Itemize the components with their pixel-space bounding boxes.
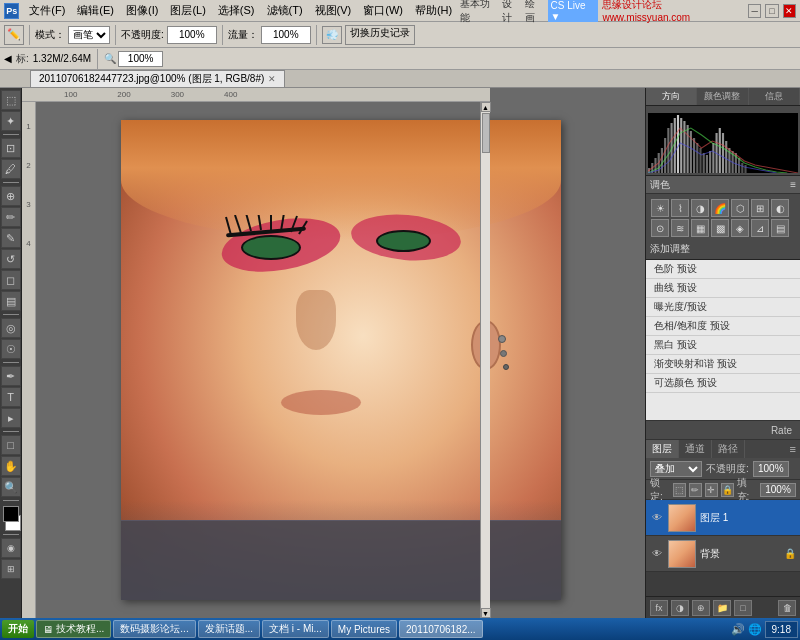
new-layer-btn[interactable]: □ — [734, 600, 752, 616]
lock-transparent-icon[interactable]: ⬚ — [673, 483, 686, 497]
new-group-btn[interactable]: 📁 — [713, 600, 731, 616]
channels-tab[interactable]: 通道 — [679, 440, 712, 458]
opacity-input[interactable] — [167, 26, 217, 44]
screen-mode-tool[interactable]: ⊞ — [1, 559, 21, 579]
add-style-btn[interactable]: fx — [650, 600, 668, 616]
close-button[interactable]: ✕ — [783, 4, 796, 18]
doc-tab-main[interactable]: 20110706182447723.jpg@100% (图层 1, RGB/8#… — [30, 70, 285, 87]
opacity-value-input[interactable] — [753, 461, 789, 477]
restore-button[interactable]: □ — [765, 4, 778, 18]
menu-select[interactable]: 选择(S) — [212, 1, 261, 20]
menu-help[interactable]: 帮助(H) — [409, 1, 458, 20]
layer-item-0[interactable]: 👁 图层 1 — [646, 500, 800, 536]
curves-icon[interactable]: ⌇ — [671, 199, 689, 217]
brush-tool[interactable]: ✏ — [1, 207, 21, 227]
taskbar-item-0[interactable]: 🖥 技术教程... — [36, 620, 111, 638]
menu-image[interactable]: 图像(I) — [120, 1, 164, 20]
add-mask-btn[interactable]: ◑ — [671, 600, 689, 616]
lock-all-icon[interactable]: 🔒 — [721, 483, 734, 497]
taskbar-item-2[interactable]: 发新话题... — [198, 620, 260, 638]
airbrush-icon[interactable]: 💨 — [322, 26, 342, 44]
brightness-icon[interactable]: ☀ — [651, 199, 669, 217]
hsl-icon[interactable]: ⬡ — [731, 199, 749, 217]
magic-wand-tool[interactable]: ✦ — [1, 111, 21, 131]
threshold-icon[interactable]: ⊿ — [751, 219, 769, 237]
delete-layer-btn[interactable]: 🗑 — [778, 600, 796, 616]
taskbar-item-1[interactable]: 数码摄影论坛... — [113, 620, 195, 638]
fill-value-input[interactable] — [760, 483, 796, 497]
text-tool[interactable]: T — [1, 387, 21, 407]
preset-item-0[interactable]: 色阶 预设 — [646, 260, 800, 279]
blur-tool[interactable]: ◎ — [1, 318, 21, 338]
new-adjustment-btn[interactable]: ⊕ — [692, 600, 710, 616]
layer-visibility-icon-1[interactable]: 👁 — [650, 547, 664, 561]
menu-filter[interactable]: 滤镜(T) — [261, 1, 309, 20]
flow-input[interactable] — [261, 26, 311, 44]
hand-tool[interactable]: ✋ — [1, 456, 21, 476]
lock-brush-icon[interactable]: ✏ — [689, 483, 702, 497]
blend-mode-select[interactable]: 叠加 — [650, 461, 702, 477]
start-button[interactable]: 开始 — [2, 620, 34, 638]
arrow-left-icon[interactable]: ◀ — [4, 53, 12, 64]
preset-item-5[interactable]: 渐变映射和谐 预设 — [646, 355, 800, 374]
zoom-input[interactable] — [118, 51, 163, 67]
scroll-up-btn[interactable]: ▲ — [481, 102, 491, 112]
layers-tab[interactable]: 图层 — [646, 440, 679, 458]
posterize-icon[interactable]: ▤ — [771, 219, 789, 237]
preset-item-3[interactable]: 色相/饱和度 预设 — [646, 317, 800, 336]
dodge-tool[interactable]: ☉ — [1, 339, 21, 359]
document-canvas[interactable] — [121, 120, 561, 600]
gradientmap-icon[interactable]: ▩ — [711, 219, 729, 237]
tab-close-icon[interactable]: ✕ — [268, 74, 276, 84]
exposure-icon[interactable]: ◑ — [691, 199, 709, 217]
fg-color[interactable] — [3, 506, 19, 522]
minimize-button[interactable]: ─ — [748, 4, 761, 18]
menu-view[interactable]: 视图(V) — [309, 1, 358, 20]
adjust-menu-icon[interactable]: ≡ — [790, 179, 796, 190]
tab-info[interactable]: 信息 — [749, 88, 800, 105]
menu-layer[interactable]: 图层(L) — [164, 1, 211, 20]
preset-item-1[interactable]: 曲线 预设 — [646, 279, 800, 298]
preset-item-6[interactable]: 可选颜色 预设 — [646, 374, 800, 393]
menu-file[interactable]: 文件(F) — [23, 1, 71, 20]
eyedropper-tool[interactable]: 🖊 — [1, 159, 21, 179]
pen-tool[interactable]: ✒ — [1, 366, 21, 386]
canvas-area[interactable]: 100 200 300 400 1 2 3 4 — [22, 88, 645, 618]
taskbar-item-5[interactable]: 20110706182... — [399, 620, 483, 638]
menu-edit[interactable]: 编辑(E) — [71, 1, 120, 20]
zoom-tool[interactable]: 🔍 — [1, 477, 21, 497]
colorbalance-icon[interactable]: ⊞ — [751, 199, 769, 217]
clone-stamp-tool[interactable]: ✎ — [1, 228, 21, 248]
selection-tool[interactable]: ⬚ — [1, 90, 21, 110]
gradient-tool[interactable]: ▤ — [1, 291, 21, 311]
crop-tool[interactable]: ⊡ — [1, 138, 21, 158]
history-btn[interactable]: 切换历史记录 — [345, 25, 415, 45]
tab-histogram[interactable]: 方向 — [646, 88, 697, 105]
shape-tool[interactable]: □ — [1, 435, 21, 455]
adjust-header[interactable]: 调色 ≡ — [646, 176, 800, 194]
selectivecolor-icon[interactable]: ◈ — [731, 219, 749, 237]
channelmixer-icon[interactable]: ≋ — [671, 219, 689, 237]
menu-window[interactable]: 窗口(W) — [357, 1, 409, 20]
scroll-down-btn[interactable]: ▼ — [481, 608, 491, 618]
preset-item-2[interactable]: 曝光度/预设 — [646, 298, 800, 317]
preset-item-4[interactable]: 黑白 预设 — [646, 336, 800, 355]
bw-icon[interactable]: ◐ — [771, 199, 789, 217]
levels-icon[interactable]: ▦ — [691, 219, 709, 237]
layer-item-1[interactable]: 👁 背景 🔒 — [646, 536, 800, 572]
layer-visibility-icon-0[interactable]: 👁 — [650, 511, 664, 525]
vibrance-icon[interactable]: 🌈 — [711, 199, 729, 217]
layers-menu-icon[interactable]: ≡ — [790, 443, 796, 455]
history-brush-tool[interactable]: ↺ — [1, 249, 21, 269]
tab-color[interactable]: 颜色调整 — [697, 88, 748, 105]
lock-position-icon[interactable]: ✛ — [705, 483, 718, 497]
taskbar-item-3[interactable]: 文档 i - Mi... — [262, 620, 329, 638]
healing-tool[interactable]: ⊕ — [1, 186, 21, 206]
quick-mask-tool[interactable]: ◉ — [1, 538, 21, 558]
mode-select[interactable]: 画笔 — [68, 26, 110, 44]
canvas-vscroll[interactable]: ▲ ▼ — [480, 102, 490, 618]
paths-tab[interactable]: 路径 — [712, 440, 745, 458]
eraser-tool[interactable]: ◻ — [1, 270, 21, 290]
photofilter-icon[interactable]: ⊙ — [651, 219, 669, 237]
path-select-tool[interactable]: ▸ — [1, 408, 21, 428]
